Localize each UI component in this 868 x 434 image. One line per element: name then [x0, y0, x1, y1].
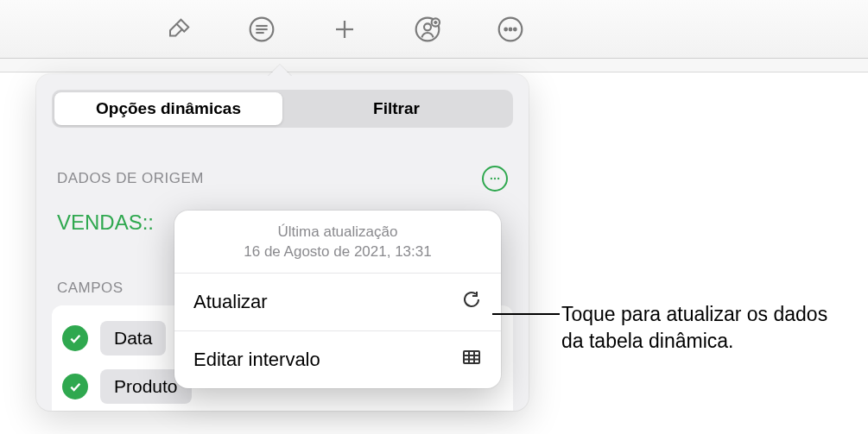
format-brush-icon[interactable] — [160, 10, 198, 48]
checkmark-icon[interactable] — [62, 374, 88, 399]
edit-range-label: Editar intervalo — [193, 349, 320, 371]
more-icon[interactable] — [491, 10, 529, 48]
last-update-label: Última atualização — [183, 223, 492, 242]
callout-connector — [492, 313, 560, 315]
table-icon — [461, 347, 482, 373]
last-update-header: Última atualização 16 de Agosto de 2021,… — [174, 211, 501, 274]
top-toolbar — [0, 0, 868, 59]
checkmark-icon[interactable] — [62, 325, 88, 351]
organize-menu-icon[interactable] — [243, 10, 281, 48]
svg-point-13 — [510, 28, 512, 30]
svg-point-15 — [491, 178, 492, 179]
svg-point-16 — [494, 178, 496, 179]
panel-pointer — [268, 64, 292, 76]
callout-text: Toque para atualizar os dados da tabela … — [561, 301, 846, 355]
ruler-bar — [0, 59, 868, 72]
svg-rect-18 — [464, 351, 479, 363]
tab-filter[interactable]: Filtrar — [282, 92, 510, 125]
source-section-label: DADOS DE ORIGEM — [57, 170, 204, 187]
source-data-popup: Última atualização 16 de Agosto de 2021,… — [174, 211, 501, 388]
svg-point-12 — [504, 28, 507, 30]
last-update-value: 16 de Agosto de 2021, 13:31 — [183, 242, 492, 262]
source-more-button[interactable] — [482, 166, 508, 192]
tab-dynamic-options[interactable]: Opções dinâmicas — [54, 92, 282, 125]
source-section-header: DADOS DE ORIGEM — [52, 166, 513, 192]
refresh-label: Atualizar — [193, 291, 268, 313]
svg-point-17 — [497, 178, 499, 179]
refresh-icon — [461, 289, 482, 315]
segmented-control: Opções dinâmicas Filtrar — [52, 90, 513, 128]
svg-point-7 — [424, 23, 431, 30]
field-chip[interactable]: Data — [100, 321, 166, 355]
add-icon[interactable] — [326, 10, 364, 48]
svg-point-14 — [514, 28, 516, 30]
edit-range-item[interactable]: Editar intervalo — [174, 331, 501, 388]
collaborate-icon[interactable] — [409, 10, 447, 48]
refresh-item[interactable]: Atualizar — [174, 274, 501, 331]
